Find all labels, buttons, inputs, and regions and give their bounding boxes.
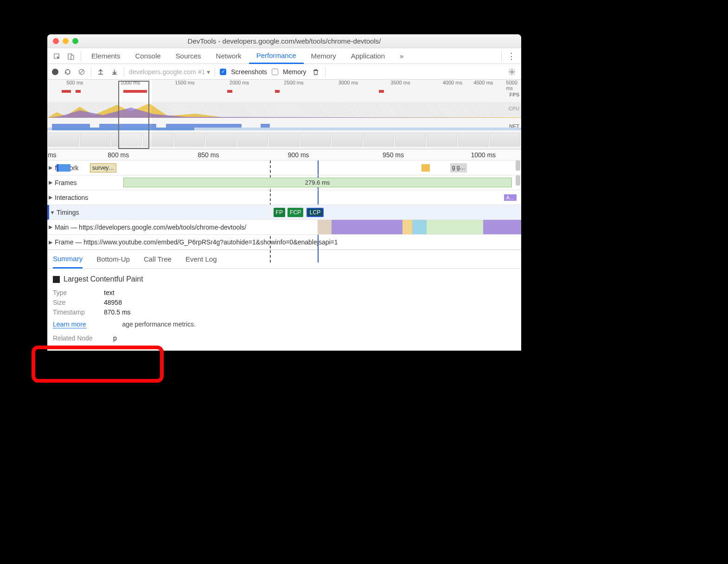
learn-more-link[interactable]: Learn more <box>53 320 86 328</box>
memory-label: Memory <box>283 68 307 76</box>
summary-size-value: 48958 <box>104 299 122 306</box>
expand-icon[interactable]: ▶ <box>47 165 54 171</box>
separator <box>91 67 91 77</box>
overview-panel[interactable]: 500 ms 1000 ms 1500 ms 2000 ms 2500 ms 3… <box>47 80 521 149</box>
save-profile-button[interactable] <box>110 68 119 76</box>
ruler-tick: 800 ms <box>108 151 129 159</box>
summary-size-label: Size <box>53 299 99 306</box>
summary-description-tail: age performance metrics. <box>122 320 196 328</box>
summary-title: Largest Contentful Paint <box>64 275 143 283</box>
clear-button[interactable] <box>77 68 86 76</box>
summary-timestamp-value: 870.5 ms <box>104 308 131 316</box>
summary-related-node-label: Related Node <box>53 334 109 342</box>
ruler-tick: 900 ms <box>288 151 309 159</box>
dropdown-icon: ▾ <box>207 68 210 76</box>
flamechart-ruler: ms 800 ms 850 ms 900 ms 950 ms 1000 ms <box>47 149 521 160</box>
separator <box>325 67 326 77</box>
expand-icon[interactable]: ▶ <box>47 224 54 230</box>
inspect-icon[interactable] <box>50 51 64 60</box>
details-tabs: Summary Bottom-Up Call Tree Event Log <box>47 250 521 269</box>
tab-sources[interactable]: Sources <box>168 48 209 64</box>
main-tabs: Elements Console Sources Network Perform… <box>47 48 521 64</box>
collapse-icon[interactable]: ▼ <box>49 210 56 215</box>
track-interactions[interactable]: ▶ Interactions A… <box>47 190 521 205</box>
interaction-a[interactable]: A… <box>504 194 516 201</box>
summary-type-label: Type <box>53 289 99 296</box>
capture-select[interactable]: developers.google.com #1 ▾ <box>129 68 210 76</box>
frame-duration: 279.6 ms <box>305 179 330 186</box>
tab-application[interactable]: Application <box>344 48 392 64</box>
expand-icon[interactable]: ▶ <box>47 194 54 200</box>
device-toggle-icon[interactable] <box>64 51 78 60</box>
performance-toolbar: developers.google.com #1 ▾ Screenshots M… <box>47 64 521 80</box>
track-main[interactable]: ▶ Main — https://developers.google.com/w… <box>47 220 521 235</box>
ruler-tick: ms <box>48 151 57 159</box>
color-swatch <box>53 276 60 283</box>
overview-selection[interactable] <box>118 81 149 149</box>
track-frame[interactable]: ▶ Frame — https://www.youtube.com/embed/… <box>47 235 521 250</box>
tab-summary[interactable]: Summary <box>53 250 83 269</box>
expand-icon[interactable]: ▶ <box>47 179 54 186</box>
capture-settings-button[interactable] <box>507 68 517 76</box>
track-label: Interactions <box>54 194 88 201</box>
tab-elements[interactable]: Elements <box>84 48 128 64</box>
load-profile-button[interactable] <box>96 68 105 76</box>
tab-call-tree[interactable]: Call Tree <box>144 250 172 269</box>
memory-checkbox[interactable] <box>272 69 278 75</box>
titlebar: DevTools - developers.google.com/web/too… <box>47 34 521 48</box>
summary-panel: Largest Contentful Paint Type text Size … <box>47 269 521 351</box>
separator <box>124 67 124 77</box>
tab-network[interactable]: Network <box>209 48 249 64</box>
frame-bar[interactable]: 279.6 ms <box>123 178 512 187</box>
expand-icon[interactable]: ▶ <box>47 239 54 245</box>
collect-garbage-button[interactable] <box>311 68 320 76</box>
track-label: Frames <box>54 179 77 186</box>
window-title: DevTools - developers.google.com/web/too… <box>47 37 521 45</box>
gg-request[interactable]: g g… <box>450 163 467 173</box>
summary-related-node-value[interactable]: p <box>113 334 117 342</box>
track-network[interactable]: ▶ Network survey… g g… <box>47 160 521 175</box>
timing-fp-badge[interactable]: FP <box>274 208 285 217</box>
svg-point-3 <box>511 71 513 73</box>
ruler-tick: 850 ms <box>198 151 219 159</box>
kebab-menu-icon[interactable]: ⋮ <box>504 51 518 61</box>
ruler-tick: 1000 ms <box>471 151 496 159</box>
summary-type-value: text <box>104 289 115 296</box>
timing-fcp-badge[interactable]: FCP <box>287 208 303 217</box>
track-label: Timings <box>56 209 79 216</box>
tabs-overflow[interactable]: » <box>392 48 411 64</box>
separator <box>81 51 81 61</box>
ruler-tick: 950 ms <box>383 151 404 159</box>
annotation-highlight <box>32 346 164 383</box>
track-label: Main — https://developers.google.com/web… <box>54 224 246 231</box>
summary-timestamp-label: Timestamp <box>53 308 99 316</box>
screenshots-label: Screenshots <box>231 68 267 76</box>
tab-bottom-up[interactable]: Bottom-Up <box>96 250 130 269</box>
tab-console[interactable]: Console <box>128 48 168 64</box>
track-label: Frame — https://www.youtube.com/embed/G_… <box>54 238 338 246</box>
record-button[interactable] <box>52 69 58 75</box>
track-timings[interactable]: ▼ Timings FP FCP LCP <box>47 205 521 220</box>
survey-request[interactable]: survey… <box>90 163 116 173</box>
track-frames[interactable]: ▶ Frames 279.6 ms <box>47 175 521 190</box>
tab-event-log[interactable]: Event Log <box>185 250 217 269</box>
separator <box>215 67 215 77</box>
svg-rect-1 <box>71 55 74 59</box>
tab-performance[interactable]: Performance <box>249 48 304 64</box>
capture-select-label: developers.google.com #1 <box>129 68 205 76</box>
devtools-window: DevTools - developers.google.com/web/too… <box>47 34 521 351</box>
reload-button[interactable] <box>63 68 72 76</box>
timing-lcp-badge[interactable]: LCP <box>307 208 324 217</box>
details-pane: Summary Bottom-Up Call Tree Event Log La… <box>47 250 521 351</box>
separator <box>501 51 502 61</box>
flamechart-panel[interactable]: ms 800 ms 850 ms 900 ms 950 ms 1000 ms ▶… <box>47 149 521 250</box>
tab-memory[interactable]: Memory <box>304 48 344 64</box>
screenshots-checkbox[interactable] <box>220 69 226 75</box>
